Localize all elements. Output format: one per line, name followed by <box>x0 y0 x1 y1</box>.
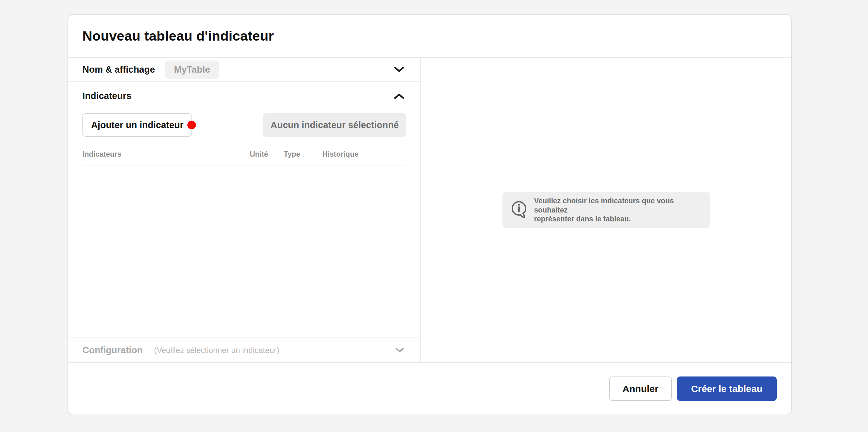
dialog-body: Nom & affichage MyTable Indicateurs Ajou… <box>68 57 791 363</box>
section-indicators: Indicateurs Ajouter un indicateur Aucun … <box>68 82 421 338</box>
required-alert-dot <box>187 121 196 129</box>
indicators-actions: Ajouter un indicateur Aucun indicateur s… <box>83 113 406 137</box>
section-name-display[interactable]: Nom & affichage MyTable <box>68 58 421 82</box>
info-message-box: Veuillez choisir les indicateurs que vou… <box>502 192 710 228</box>
chevron-down-icon[interactable] <box>394 66 405 73</box>
new-indicator-table-dialog: Nouveau tableau d'indicateur Nom & affic… <box>67 14 792 415</box>
info-message-line1: Veuillez choisir les indicateurs que vou… <box>534 196 702 215</box>
dialog-footer: Annuler Créer le tableau <box>68 363 791 414</box>
section-name-display-label: Nom & affichage <box>83 64 155 75</box>
section-indicators-label: Indicateurs <box>83 91 131 101</box>
indicators-table-header: Indicateurs Unité Type Historique <box>83 150 405 166</box>
section-configuration-label: Configuration <box>83 345 143 355</box>
create-table-button[interactable]: Créer le tableau <box>677 376 777 401</box>
column-header-history: Historique <box>322 150 405 159</box>
cancel-button[interactable]: Annuler <box>609 376 672 401</box>
info-message-text: Veuillez choisir les indicateurs que vou… <box>534 196 702 224</box>
column-header-indicators: Indicateurs <box>83 150 250 159</box>
no-indicator-selected-badge: Aucun indicateur sélectionné <box>263 113 406 137</box>
info-message-line2: représenter dans le tableau. <box>534 214 702 224</box>
chevron-down-icon[interactable] <box>395 347 405 353</box>
settings-panel: Nom & affichage MyTable Indicateurs Ajou… <box>68 58 421 362</box>
preview-panel: Veuillez choisir les indicateurs que vou… <box>421 58 791 362</box>
section-configuration-hint: (Veuillez sélectionner un indicateur) <box>154 346 279 355</box>
table-name-chip: MyTable <box>165 61 219 79</box>
info-icon <box>511 200 527 220</box>
dialog-header: Nouveau tableau d'indicateur <box>68 15 791 57</box>
chevron-up-icon[interactable] <box>394 93 405 99</box>
section-indicators-header[interactable]: Indicateurs <box>68 82 421 101</box>
add-indicator-button[interactable]: Ajouter un indicateur <box>83 113 192 137</box>
column-header-unit: Unité <box>250 150 284 159</box>
section-configuration[interactable]: Configuration (Veuillez sélectionner un … <box>68 338 421 362</box>
dialog-title: Nouveau tableau d'indicateur <box>83 28 274 44</box>
column-header-type: Type <box>284 150 322 159</box>
add-indicator-button-label: Ajouter un indicateur <box>91 120 184 130</box>
